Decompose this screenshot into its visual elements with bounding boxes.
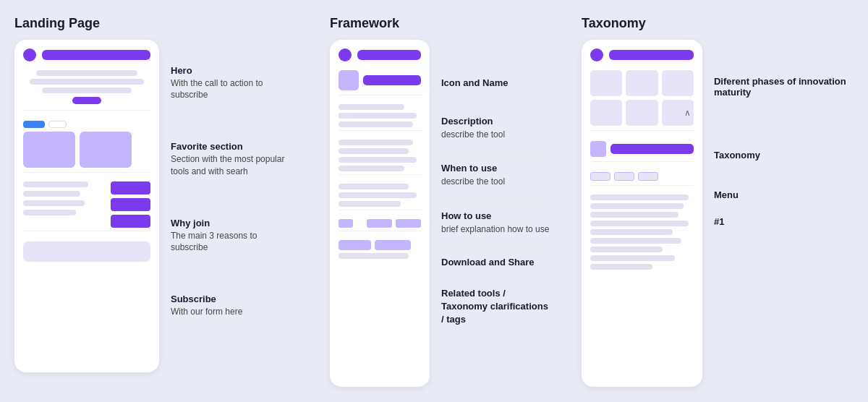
label-subscribe: Subscribe With our form here bbox=[171, 294, 301, 318]
fw-description bbox=[339, 101, 421, 131]
phone-why bbox=[23, 179, 150, 231]
landing-section: Landing Page bbox=[14, 16, 301, 372]
taxonomy-phone-header bbox=[590, 48, 694, 61]
landing-phone bbox=[14, 40, 159, 372]
landing-header-bar bbox=[42, 50, 150, 60]
fw-label-when: When to use describe the tool bbox=[441, 151, 553, 199]
label-favorite: Favorite section Section with the most p… bbox=[171, 141, 301, 178]
tx-taxonomy-row bbox=[590, 137, 694, 162]
taxonomy-section: Taxonomy ∧ bbox=[582, 16, 854, 387]
landing-circle bbox=[23, 48, 36, 61]
fw-download bbox=[339, 216, 421, 231]
fw-when bbox=[339, 137, 421, 175]
landing-title: Landing Page bbox=[14, 16, 301, 31]
fw-icon-name bbox=[339, 70, 421, 95]
fw-related bbox=[339, 237, 421, 262]
tx-label-number: #1 bbox=[714, 216, 854, 227]
taxonomy-circle bbox=[590, 48, 603, 61]
framework-content: Icon and Name Description describe the t… bbox=[330, 40, 553, 387]
framework-phone bbox=[330, 40, 430, 387]
taxonomy-phone: ∧ bbox=[582, 40, 702, 387]
tx-label-phases: Diferent phases of innovation maturity bbox=[714, 76, 854, 98]
taxonomy-content: ∧ bbox=[582, 40, 854, 387]
tx-label-menu: Menu bbox=[714, 189, 854, 200]
framework-header-bar bbox=[357, 50, 421, 60]
taxonomy-header-bar bbox=[609, 50, 694, 60]
phone-hero bbox=[23, 70, 150, 111]
framework-phone-header bbox=[339, 48, 421, 61]
framework-title: Framework bbox=[330, 16, 553, 31]
landing-phone-header bbox=[23, 48, 150, 61]
taxonomy-title: Taxonomy bbox=[582, 16, 854, 31]
fw-label-download: Download and Share bbox=[441, 247, 553, 278]
fw-how bbox=[339, 181, 421, 210]
fw-label-related: Related tools / Taxonomy clarifications … bbox=[441, 278, 553, 333]
tx-label-taxonomy: Taxonomy bbox=[714, 150, 854, 161]
landing-labels: Hero With the call to action to subscrib… bbox=[171, 40, 301, 319]
tx-content bbox=[590, 192, 694, 273]
tx-phases: ∧ bbox=[590, 70, 694, 131]
framework-circle bbox=[339, 48, 352, 61]
fw-label-icon-name: Icon and Name bbox=[441, 69, 553, 104]
landing-content: Hero With the call to action to subscrib… bbox=[14, 40, 301, 372]
taxonomy-labels: Diferent phases of innovation maturity T… bbox=[714, 40, 854, 227]
fw-label-how: How to use brief explanation how to use bbox=[441, 199, 553, 247]
framework-section: Framework bbox=[330, 16, 553, 387]
tx-menu-row bbox=[590, 168, 694, 186]
framework-labels: Icon and Name Description describe the t… bbox=[441, 40, 553, 333]
label-why: Why join The main 3 reasons to subscribe bbox=[171, 218, 301, 255]
page-container: Landing Page bbox=[14, 16, 854, 387]
phone-favorites bbox=[23, 116, 150, 173]
label-hero: Hero With the call to action to subscrib… bbox=[171, 65, 301, 102]
fw-label-description: Description describe the tool bbox=[441, 104, 553, 152]
phone-subscribe bbox=[23, 237, 150, 266]
